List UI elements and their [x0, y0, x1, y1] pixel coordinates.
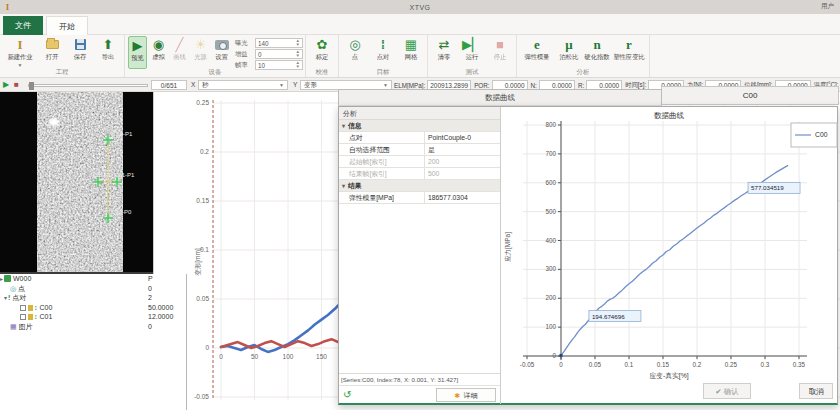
new-job-button[interactable]: I 新建作业 ▼ [3, 36, 37, 69]
expander-icon[interactable]: ▾ [4, 295, 7, 301]
grid-icon: ▦ [405, 36, 417, 53]
save-icon [75, 39, 86, 50]
run-icon: ▶▏ [462, 36, 482, 53]
svg-text:500: 500 [545, 208, 556, 215]
dialog-toolbar: ↺ ✱详细 [339, 385, 500, 404]
stepper-icon: ▲▼ [296, 50, 300, 58]
tree-item-c01[interactable]: ↕C01 12.0000 [0, 312, 186, 322]
tree-item-points[interactable]: ◎点 0 [0, 284, 186, 294]
poisson-ratio-button[interactable]: μ 泊松比 [556, 36, 582, 69]
property-row[interactable]: 弹性模量[MPa] 186577.0304 [339, 192, 500, 204]
undo-icon[interactable]: ↺ [343, 389, 351, 400]
tree-item-point-pairs[interactable]: ▾⁞点对 2 [0, 293, 186, 303]
stepper-icon: ▲▼ [296, 39, 300, 47]
svg-text:应力[MPa]: 应力[MPa] [504, 232, 512, 262]
user-label[interactable]: 用户 [821, 2, 834, 11]
hardening-index-button[interactable]: n 硬化指数 [584, 36, 610, 69]
chevron-down-icon: ▼ [383, 82, 388, 88]
svg-text:-0.05: -0.05 [520, 361, 535, 368]
preview-button[interactable]: ▶ 预览 [128, 36, 147, 69]
checkbox[interactable] [20, 314, 26, 320]
camera-image-panel[interactable]: C00-P1 C01-P0 C01-P1 C00-P0 [0, 92, 153, 272]
new-job-icon: I [17, 36, 22, 53]
frame-slider-thumb[interactable] [29, 82, 34, 90]
svg-text:0.25: 0.25 [196, 99, 209, 106]
svg-text:200: 200 [545, 294, 556, 301]
point-pair-icon: ⁞ [381, 36, 385, 53]
zero-button[interactable]: ⇄ 清零 [431, 36, 457, 69]
frame-counter[interactable]: 0/651 [151, 80, 187, 90]
ribbon-group-device: ▶ 预览 ◉ 虚拟 ╱ 画线 ☀ 光源 设置 曝光 [125, 35, 306, 77]
bright-spot [49, 118, 59, 126]
camera-parameter-fields: 曝光 140▲▼ 增益 0▲▼ 帧率 10▲▼ [235, 38, 303, 70]
r-letter-icon: r [626, 36, 632, 53]
checkbox[interactable] [20, 305, 26, 311]
tab-home[interactable]: 开始 [46, 16, 88, 35]
property-row: 起始帧[索引] 200 [339, 156, 500, 168]
stress-strain-chart: 0100200300400500600700800-0.0500.050.10.… [501, 107, 839, 385]
confirm-button[interactable]: ✔确认 [703, 383, 751, 399]
svg-text:0.05: 0.05 [589, 361, 602, 368]
property-group-info[interactable]: ▾ 信息 [339, 120, 500, 132]
document-tab-c00[interactable]: C00 [661, 86, 839, 105]
svg-text:700: 700 [545, 150, 556, 157]
tree-column-header: P [148, 274, 153, 284]
expander-icon[interactable]: ▸ [0, 276, 3, 282]
frame-slider[interactable] [28, 84, 148, 87]
elastic-modulus-button[interactable]: e 弹性模量 [520, 36, 554, 69]
svg-text:600: 600 [545, 179, 556, 186]
plastic-strain-ratio-button[interactable]: r 塑性应变比 [612, 36, 646, 69]
stop-icon: ■ [496, 36, 504, 53]
window-title: XTVG [0, 4, 840, 11]
light-button: ☀ 光源 [191, 36, 210, 69]
tag-icon [28, 305, 33, 311]
tree-item-images[interactable]: ▦图片 0 [0, 322, 186, 332]
svg-text:0.05: 0.05 [196, 295, 209, 302]
tree-root-w000[interactable]: ▸W000 P [0, 274, 186, 284]
virtual-button[interactable]: ◉ 虚拟 [149, 36, 168, 69]
grid-button[interactable]: ▦ 网格 [398, 36, 424, 69]
svg-text:800: 800 [545, 121, 556, 128]
svg-text:0.2: 0.2 [200, 148, 209, 155]
point-pair-button[interactable]: ⁞ 点对 [370, 36, 396, 69]
svg-text:0.15: 0.15 [657, 361, 670, 368]
svg-text:0: 0 [205, 344, 209, 351]
exposure-field[interactable]: 140▲▼ [255, 38, 303, 48]
panel-header: 分析 [339, 107, 500, 120]
svg-text:0.1: 0.1 [625, 361, 634, 368]
svg-text:577.034519: 577.034519 [751, 184, 784, 191]
property-row[interactable]: 自动选择范围 是 [339, 144, 500, 156]
gain-field[interactable]: 0▲▼ [255, 49, 303, 59]
cancel-button[interactable]: 取消 [799, 383, 833, 399]
calibrate-button[interactable]: ✿ 标定 [309, 36, 335, 69]
svg-text:0.1: 0.1 [200, 246, 209, 253]
cursor-status-text: [Series:C00, Index:78, X: 0.001, Y: 31.4… [339, 373, 500, 385]
save-button[interactable]: 保存 [67, 36, 93, 69]
play-button[interactable]: ▶ [3, 81, 9, 89]
ribbon-tab-bar: 文件 开始 [0, 14, 840, 35]
ribbon-group-project: I 新建作业 ▼ 打开 保存 ⬆ 导出 工程 [0, 35, 125, 77]
dialog-title-bar[interactable]: 数据曲线 [338, 89, 662, 106]
play-icon: ▶ [133, 37, 143, 54]
detail-button[interactable]: ✱详细 [436, 388, 496, 402]
svg-text:0.15: 0.15 [196, 197, 209, 204]
tree-item-c00[interactable]: ↕C00 50.0000 [0, 303, 186, 313]
stress-strain-chart-panel: 0100200300400500600700800-0.0500.050.10.… [501, 107, 839, 404]
tab-file[interactable]: 文件 [3, 16, 43, 35]
export-arrow-icon: ⬆ [103, 36, 114, 53]
export-button[interactable]: ⬆ 导出 [95, 36, 121, 69]
svg-text:150: 150 [316, 353, 327, 360]
stop-playback-button[interactable]: ■ [14, 81, 19, 89]
expander-icon: ▾ [342, 123, 345, 129]
run-button[interactable]: ▶▏ 运行 [459, 36, 485, 69]
x-axis-select[interactable]: 秒▼ [198, 80, 288, 90]
open-button[interactable]: 打开 [39, 36, 65, 69]
project-tree: ▸W000 P ◎点 0 ▾⁞点对 2 ↕C00 50.0000 ↕C01 12… [0, 274, 187, 410]
point-button[interactable]: ◎ 点 [342, 36, 368, 69]
specimen-image: C00-P1 C01-P0 C01-P1 C00-P0 [0, 92, 153, 272]
svg-text:C00: C00 [815, 131, 828, 138]
camera-settings-button[interactable]: 设置 [212, 36, 231, 69]
sun-icon: ☀ [195, 36, 207, 53]
property-group-result[interactable]: ▾ 结果 [339, 180, 500, 192]
property-row[interactable]: 点对 PointCouple-0 [339, 132, 500, 144]
